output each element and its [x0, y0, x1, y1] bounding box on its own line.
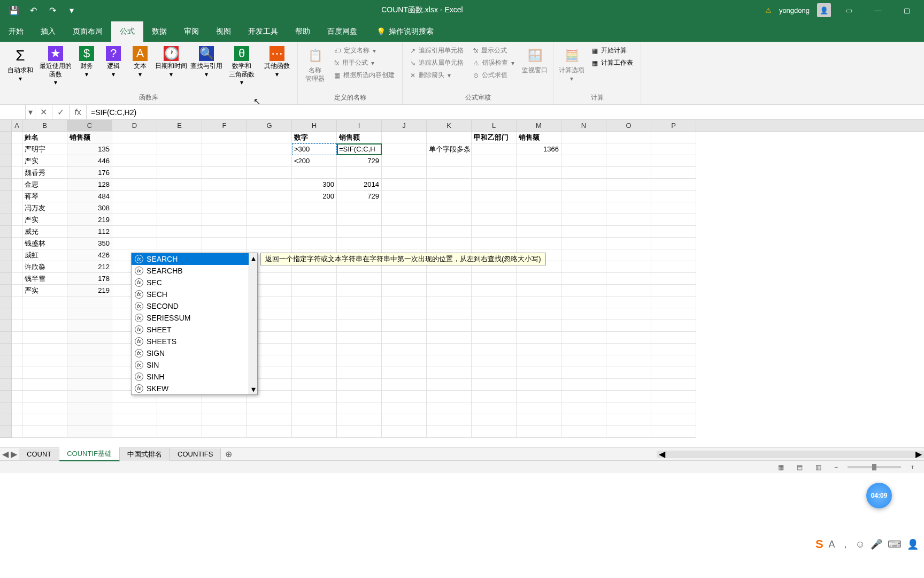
cell[interactable] — [606, 155, 651, 167]
col-N[interactable]: N — [561, 120, 606, 131]
cancel-formula-button[interactable]: ✕ — [35, 105, 52, 119]
sheet-tab-rank[interactable]: 中国式排名 — [120, 448, 170, 461]
cell[interactable] — [292, 226, 337, 238]
cell[interactable] — [12, 273, 22, 285]
insert-fn-button[interactable]: fx — [70, 105, 87, 119]
cell[interactable] — [651, 391, 696, 402]
cell[interactable]: 威虹 — [22, 249, 67, 261]
cell[interactable] — [202, 214, 247, 226]
tab-help[interactable]: 帮助 — [287, 21, 319, 42]
cell[interactable] — [382, 308, 427, 320]
cell[interactable] — [12, 355, 22, 367]
cell[interactable] — [427, 308, 472, 320]
col-L[interactable]: L — [472, 120, 517, 131]
cell[interactable] — [561, 179, 606, 191]
zoom-in-button[interactable]: + — [907, 462, 918, 472]
col-M[interactable]: M — [517, 120, 561, 131]
cell[interactable] — [292, 414, 337, 426]
autocomplete-scrollbar[interactable]: ▴ ▾ — [249, 253, 257, 394]
cell[interactable] — [517, 167, 561, 179]
cell[interactable] — [157, 143, 202, 155]
cell[interactable] — [561, 132, 606, 143]
cell[interactable] — [22, 320, 67, 332]
cell[interactable] — [606, 391, 651, 402]
cell[interactable] — [337, 414, 382, 426]
cell[interactable] — [12, 332, 22, 344]
cell[interactable] — [12, 155, 22, 167]
cell[interactable] — [472, 308, 517, 320]
cell[interactable] — [382, 155, 427, 167]
cell[interactable] — [517, 414, 561, 426]
cell[interactable]: 308 — [67, 202, 112, 214]
cell[interactable] — [427, 320, 472, 332]
tab-layout[interactable]: 页面布局 — [64, 21, 111, 42]
sheet-tab-countifs[interactable]: COUNTIFS — [170, 448, 221, 460]
cell[interactable]: 销售额 — [517, 132, 561, 143]
cell[interactable] — [472, 296, 517, 308]
col-H[interactable]: H — [292, 120, 337, 131]
cell[interactable] — [112, 214, 157, 226]
sheet-nav[interactable]: ◀ ▶ — [0, 449, 19, 459]
cell[interactable] — [12, 179, 22, 191]
cell[interactable] — [606, 426, 651, 438]
autocomplete-item[interactable]: fxSIN — [132, 359, 257, 371]
cell[interactable] — [67, 320, 112, 332]
cell[interactable]: >300 — [292, 143, 337, 155]
cell[interactable] — [382, 132, 427, 143]
cell[interactable] — [292, 426, 337, 438]
cell[interactable] — [427, 285, 472, 296]
cell[interactable] — [427, 155, 472, 167]
confirm-formula-button[interactable]: ✓ — [52, 105, 70, 119]
cell[interactable] — [112, 238, 157, 249]
cell[interactable] — [157, 167, 202, 179]
col-C[interactable]: C — [67, 120, 112, 131]
cell[interactable] — [157, 238, 202, 249]
formula-input[interactable] — [87, 105, 924, 119]
cell[interactable] — [112, 226, 157, 238]
tab-view[interactable]: 视图 — [207, 21, 240, 42]
view-layout-icon[interactable]: ▤ — [794, 462, 806, 472]
cell[interactable] — [382, 367, 427, 379]
cell[interactable] — [292, 402, 337, 414]
scroll-up-icon[interactable]: ▴ — [251, 253, 256, 263]
cell[interactable] — [337, 273, 382, 285]
autocomplete-item[interactable]: fxSERIESSUM — [132, 312, 257, 324]
cell[interactable] — [517, 202, 561, 214]
cell[interactable] — [382, 202, 427, 214]
zoom-out-button[interactable]: − — [831, 462, 841, 472]
cell[interactable] — [517, 402, 561, 414]
cell[interactable]: 金思 — [22, 179, 67, 191]
cell[interactable] — [12, 320, 22, 332]
cell[interactable] — [427, 296, 472, 308]
cell[interactable] — [606, 332, 651, 344]
cell[interactable] — [12, 414, 22, 426]
cell[interactable] — [427, 426, 472, 438]
cell[interactable]: 212 — [67, 261, 112, 273]
cell[interactable] — [157, 132, 202, 143]
cell[interactable] — [382, 414, 427, 426]
cell[interactable] — [382, 143, 427, 155]
col-P[interactable]: P — [651, 120, 696, 131]
cell[interactable] — [606, 179, 651, 191]
ribbon-options-icon[interactable]: ▭ — [838, 0, 860, 20]
calc-now-button[interactable]: ▦开始计算 — [590, 45, 635, 56]
cell[interactable] — [157, 202, 202, 214]
cell[interactable] — [12, 344, 22, 355]
cell[interactable]: 300 — [292, 179, 337, 191]
cell[interactable] — [337, 332, 382, 344]
cell[interactable]: 蒋琴 — [22, 191, 67, 202]
cell[interactable] — [12, 308, 22, 320]
scroll-down-icon[interactable]: ▾ — [251, 384, 256, 394]
tab-home[interactable]: 开始 — [0, 21, 32, 42]
cell[interactable]: <200 — [292, 155, 337, 167]
cell[interactable] — [382, 402, 427, 414]
cell[interactable]: 426 — [67, 249, 112, 261]
cell[interactable] — [517, 285, 561, 296]
cell[interactable] — [67, 332, 112, 344]
cell[interactable] — [517, 191, 561, 202]
cell[interactable]: 姓名 — [22, 132, 67, 143]
cell[interactable] — [247, 191, 292, 202]
cell[interactable] — [202, 426, 247, 438]
autocomplete-item[interactable]: fxSEC — [132, 277, 257, 288]
cell[interactable] — [382, 391, 427, 402]
